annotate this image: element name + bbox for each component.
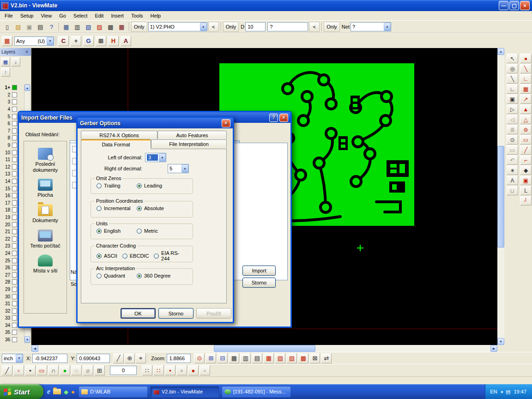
vertical-scroll-thumb[interactable] — [497, 146, 504, 248]
chevron-down-icon[interactable]: ▼ — [181, 164, 188, 173]
zoom-out-icon[interactable]: ⊟ — [217, 353, 228, 363]
layer-swatch[interactable] — [12, 337, 17, 342]
layer-swatch[interactable] — [12, 215, 17, 220]
add-diamond-icon[interactable]: ◆ — [520, 165, 532, 175]
network-tray-icon[interactable]: ● — [500, 389, 503, 394]
stack-list-icon[interactable]: ≣ — [507, 125, 518, 134]
rect-tool-icon[interactable]: ▭ — [507, 145, 518, 155]
chevron-down-icon[interactable]: ▼ — [200, 23, 207, 31]
mirror-left-icon[interactable]: ◁ — [507, 115, 518, 124]
print-icon[interactable]: ▤ — [35, 22, 46, 32]
radio-eia[interactable]: EIA RS-244 — [154, 250, 187, 261]
macro-view-icon[interactable]: ▩ — [298, 353, 308, 363]
documents-item[interactable]: Dokumenty — [25, 204, 66, 224]
add-arrow-icon[interactable]: ↗ — [520, 94, 532, 104]
layer-swatch[interactable] — [12, 107, 17, 112]
zoom-field[interactable]: 1.8866 — [167, 354, 191, 363]
gerber-options-title-bar[interactable]: Gerber Options × — [78, 118, 233, 128]
dcode-input[interactable]: 10 — [245, 22, 266, 31]
desktop-item[interactable]: Plocha — [25, 179, 66, 198]
add-target-icon[interactable]: ⊚ — [520, 125, 532, 134]
aperture-table-icon[interactable]: ▦ — [61, 22, 72, 32]
layer-swatch[interactable] — [12, 171, 17, 176]
via-dark-icon[interactable]: ◦ — [200, 365, 210, 375]
add-triangle-icon[interactable]: ▲ — [520, 104, 532, 114]
language-indicator[interactable]: EN — [490, 389, 497, 394]
report-chart-icon[interactable]: ▦ — [116, 22, 127, 32]
radio-ascii[interactable]: ASCII — [97, 253, 117, 259]
position-anchor-icon[interactable]: ⌖ — [135, 353, 146, 363]
menu-item[interactable]: View — [37, 12, 55, 19]
select-aperture-icon[interactable]: A — [121, 36, 131, 46]
computer-item[interactable]: Tento počítač — [25, 230, 66, 249]
select-poly-icon[interactable]: ▭ — [36, 365, 47, 375]
close-icon[interactable]: × — [24, 49, 30, 54]
measure-diagonal-icon[interactable]: ╱ — [113, 353, 124, 363]
help-button[interactable]: ? — [269, 114, 278, 122]
add-pad-icon[interactable]: ● — [520, 54, 532, 63]
layer-stack-icon[interactable]: ▧ — [83, 22, 94, 32]
chevron-down-icon[interactable]: ▼ — [159, 153, 166, 162]
undo-arc-icon[interactable]: ↶ — [507, 155, 518, 165]
radio-leading[interactable]: Leading — [137, 183, 177, 188]
net-combo[interactable]: ? ▼ — [351, 22, 391, 31]
select-grid-icon[interactable]: ⊞ — [96, 36, 106, 46]
layer-row[interactable]: 3 — [1, 98, 23, 106]
restore-button[interactable]: ▢ — [509, 1, 519, 10]
layer-swatch[interactable] — [12, 207, 17, 212]
layer-row[interactable]: 1+ — [1, 84, 23, 91]
right-of-decimal-combo[interactable]: 5 ▼ — [168, 164, 189, 173]
layer-swatch[interactable] — [12, 143, 17, 148]
layer-swatch[interactable] — [12, 200, 17, 206]
mirror-view-icon[interactable]: ⇄ — [321, 353, 332, 363]
selection-grid-icon[interactable]: ▦ — [2, 36, 12, 46]
lamp-off-icon[interactable]: ○ — [71, 365, 82, 375]
layer-swatch[interactable] — [12, 92, 17, 97]
selection-filter-combo[interactable]: Any (U) ▼ — [14, 36, 54, 46]
layer-swatch[interactable] — [12, 279, 17, 284]
keyboard-tray-icon[interactable]: ▤ — [506, 389, 510, 395]
layer-swatch[interactable] — [12, 114, 17, 119]
tab-rs274x-options[interactable]: RS274-X Options — [81, 131, 157, 139]
snap-grid-icon[interactable]: ∷ — [153, 365, 164, 375]
select-trace-icon[interactable]: ▪ — [25, 365, 36, 375]
open-folder-icon[interactable]: ▨ — [13, 22, 24, 32]
layer-swatch[interactable] — [12, 128, 17, 133]
traces-view-icon[interactable]: ▧ — [275, 353, 285, 363]
active-layer-combo[interactable]: 1) V2.PHO ▼ — [148, 22, 207, 31]
tab-data-format[interactable]: Data Format — [81, 139, 151, 149]
tab-auto-features[interactable]: Auto Features — [157, 131, 227, 139]
flash-view-icon[interactable]: ▨ — [286, 353, 297, 363]
board-view-icon[interactable]: ▨ — [94, 22, 105, 32]
radio-quadrant[interactable]: Quadrant — [97, 273, 137, 278]
radio-360[interactable]: 360 Degree — [137, 273, 177, 278]
dcode-query-input[interactable]: ? — [267, 22, 308, 31]
layer-swatch[interactable] — [12, 121, 17, 126]
tab-file-interpretation[interactable]: File Interpretation — [151, 139, 227, 148]
layer-swatch[interactable] — [12, 193, 17, 198]
add-rect-icon[interactable]: ▭ — [520, 135, 532, 145]
left-of-decimal-combo[interactable]: 3 ▼ — [145, 153, 166, 162]
network-item[interactable]: Místa v síti — [25, 254, 66, 274]
close-button[interactable]: × — [520, 1, 530, 10]
start-button[interactable]: Start — [0, 384, 43, 399]
horizontal-scrollbar[interactable]: ◀ ▶ — [31, 345, 497, 352]
radio-ebcdic[interactable]: EBCDIC — [122, 253, 148, 259]
radio-absolute[interactable]: Absolute — [137, 206, 177, 211]
menu-item[interactable]: Insert — [107, 12, 127, 19]
layer-swatch[interactable] — [12, 186, 17, 191]
chevron-down-icon[interactable]: ▼ — [16, 354, 23, 363]
layer-swatch[interactable] — [12, 157, 17, 162]
minimize-button[interactable]: — — [499, 1, 508, 10]
scroll-down-icon[interactable]: ▼ — [24, 336, 30, 343]
layer-swatch[interactable] — [12, 85, 17, 90]
radio-trailing[interactable]: Trailing — [97, 183, 137, 188]
layer-swatch[interactable] — [12, 258, 17, 263]
scroll-left-icon[interactable]: ◀ — [31, 345, 38, 352]
chevron-down-icon[interactable]: ▼ — [47, 37, 54, 45]
layer-row[interactable]: 35 — [1, 329, 23, 336]
negative-view-icon[interactable]: ⊠ — [309, 353, 320, 363]
probe-diameter-icon[interactable]: ⌀ — [83, 365, 93, 375]
menu-item[interactable]: Edit — [91, 12, 107, 19]
pad-red-icon[interactable]: ▪ — [165, 365, 175, 375]
